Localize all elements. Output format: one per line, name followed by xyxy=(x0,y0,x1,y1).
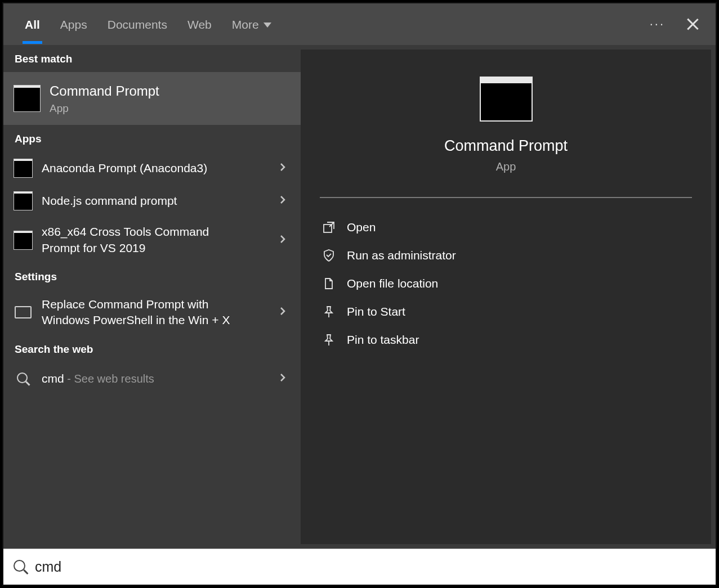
action-label: Pin to Start xyxy=(347,305,405,318)
start-search-window: All Apps Documents Web More ··· Best mat… xyxy=(2,2,717,586)
chevron-right-icon[interactable] xyxy=(275,231,291,249)
section-header-settings: Settings xyxy=(3,263,301,290)
result-app-nodejs-prompt[interactable]: Node.js command prompt xyxy=(3,185,301,217)
search-icon xyxy=(14,560,28,574)
options-button[interactable]: ··· xyxy=(644,11,671,37)
result-title: Node.js command prompt xyxy=(42,193,177,209)
action-pin-to-taskbar[interactable]: Pin to taskbar xyxy=(318,326,694,353)
folder-icon xyxy=(322,277,336,290)
terminal-icon xyxy=(14,159,33,178)
action-label: Run as administrator xyxy=(347,249,456,262)
result-title: x86_x64 Cross Tools Command Prompt for V… xyxy=(42,224,244,256)
pin-icon xyxy=(322,305,336,318)
section-header-apps: Apps xyxy=(3,125,301,152)
divider xyxy=(320,197,692,198)
command-prompt-icon xyxy=(480,77,533,122)
result-title: Command Prompt xyxy=(50,82,159,100)
chevron-right-icon[interactable] xyxy=(275,159,291,177)
result-app-vs-cross-tools[interactable]: x86_x64 Cross Tools Command Prompt for V… xyxy=(3,217,301,263)
result-app-anaconda-prompt[interactable]: Anaconda Prompt (Anaconda3) xyxy=(3,152,301,185)
action-label: Pin to taskbar xyxy=(347,333,419,347)
pin-icon xyxy=(322,333,336,347)
close-button[interactable] xyxy=(686,18,699,30)
result-title: Replace Command Prompt with Windows Powe… xyxy=(42,297,256,329)
action-open[interactable]: Open xyxy=(318,214,694,241)
result-web-search[interactable]: cmd - See web results xyxy=(3,362,301,395)
result-best-match[interactable]: Command Prompt App xyxy=(3,72,301,125)
action-label: Open file location xyxy=(347,277,438,290)
web-query: cmd xyxy=(42,372,64,385)
terminal-icon xyxy=(14,231,33,250)
shield-icon xyxy=(322,249,336,262)
preview-subtitle: App xyxy=(496,160,516,173)
tab-documents[interactable]: Documents xyxy=(97,5,177,44)
monitor-icon xyxy=(15,306,32,318)
caret-down-icon xyxy=(264,23,271,28)
action-pin-to-start[interactable]: Pin to Start xyxy=(318,298,694,325)
filter-tabs-bar: All Apps Documents Web More ··· xyxy=(3,3,716,45)
tab-apps[interactable]: Apps xyxy=(50,5,97,44)
search-bar xyxy=(3,549,716,585)
search-input[interactable] xyxy=(35,559,708,575)
action-run-as-admin[interactable]: Run as administrator xyxy=(318,242,694,269)
tab-more-label: More xyxy=(232,18,259,32)
terminal-icon xyxy=(14,191,33,210)
tab-more[interactable]: More xyxy=(222,5,282,44)
tab-web[interactable]: Web xyxy=(177,5,222,44)
web-suffix: - See web results xyxy=(64,372,154,385)
tab-all[interactable]: All xyxy=(15,5,50,44)
result-title: Anaconda Prompt (Anaconda3) xyxy=(42,160,207,176)
section-header-web: Search the web xyxy=(3,335,301,362)
result-subtitle: App xyxy=(50,102,159,115)
action-label: Open xyxy=(347,221,376,234)
search-icon xyxy=(17,372,29,385)
preview-pane: Command Prompt App Open Run as administr… xyxy=(301,50,711,544)
preview-title: Command Prompt xyxy=(444,137,568,155)
open-icon xyxy=(322,221,336,234)
command-prompt-icon xyxy=(14,85,41,112)
results-pane: Best match Command Prompt App Apps Anaco… xyxy=(3,45,301,549)
chevron-right-icon[interactable] xyxy=(275,192,291,210)
chevron-right-icon[interactable] xyxy=(275,370,291,388)
action-open-file-location[interactable]: Open file location xyxy=(318,270,694,297)
section-header-best-match: Best match xyxy=(3,45,301,72)
result-setting-replace-cmd[interactable]: Replace Command Prompt with Windows Powe… xyxy=(3,290,301,335)
chevron-right-icon[interactable] xyxy=(275,303,291,321)
